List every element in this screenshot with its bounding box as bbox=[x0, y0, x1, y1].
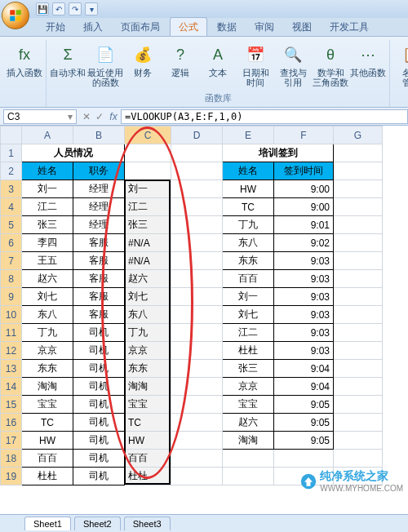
cell-B5[interactable]: 经理 bbox=[73, 216, 125, 234]
cell-A12[interactable]: 京京 bbox=[22, 342, 73, 360]
cell-G4[interactable] bbox=[334, 198, 383, 216]
cell-E2[interactable]: 姓名 bbox=[223, 162, 274, 180]
cell-B13[interactable]: 司机 bbox=[73, 360, 125, 378]
cell-B3[interactable]: 经理 bbox=[73, 180, 125, 198]
cell-C8[interactable]: 赵六 bbox=[125, 270, 171, 288]
cell-G15[interactable] bbox=[334, 396, 383, 414]
cell-F17[interactable]: 9:05 bbox=[274, 432, 334, 450]
insert-function-button[interactable]: fx插入函数 bbox=[7, 42, 42, 79]
cell-D17[interactable] bbox=[171, 432, 223, 450]
cell-G13[interactable] bbox=[334, 360, 383, 378]
cell-B8[interactable]: 客服 bbox=[73, 270, 125, 288]
sheet-tab-Sheet1[interactable]: Sheet1 bbox=[24, 516, 71, 530]
cell-C4[interactable]: 江二 bbox=[125, 198, 171, 216]
cell-C13[interactable]: 东东 bbox=[125, 360, 171, 378]
cell-E15[interactable]: 宝宝 bbox=[223, 396, 274, 414]
cell-A18[interactable]: 百百 bbox=[22, 450, 73, 468]
cell-A4[interactable]: 江二 bbox=[22, 198, 73, 216]
cell-D12[interactable] bbox=[171, 342, 223, 360]
cell-E9[interactable]: 刘一 bbox=[223, 288, 274, 306]
cell-C6[interactable]: #N/A bbox=[125, 234, 171, 252]
col-header-B[interactable]: B bbox=[73, 126, 125, 144]
cell-E6[interactable]: 东八 bbox=[223, 234, 274, 252]
cell-G17[interactable] bbox=[334, 432, 383, 450]
cell-C2[interactable] bbox=[125, 162, 171, 180]
cell-B2[interactable]: 职务 bbox=[73, 162, 125, 180]
row-header-18[interactable]: 18 bbox=[1, 450, 22, 468]
cell-B10[interactable]: 客服 bbox=[73, 306, 125, 324]
cell-F3[interactable]: 9:00 bbox=[274, 180, 334, 198]
qat-save-button[interactable]: 💾 bbox=[36, 2, 49, 16]
recent-button[interactable]: 📄最近使用 的函数 bbox=[87, 42, 123, 89]
cell-F8[interactable]: 9:03 bbox=[274, 270, 334, 288]
cell-D5[interactable] bbox=[171, 216, 223, 234]
row-header-4[interactable]: 4 bbox=[1, 198, 22, 216]
cell-E18[interactable] bbox=[223, 450, 274, 468]
cell-D19[interactable] bbox=[171, 468, 223, 485]
name-box[interactable]: C3▾ bbox=[3, 109, 77, 124]
datetime-button[interactable]: 📅日期和 时间 bbox=[237, 42, 273, 89]
logical-button[interactable]: ?逻辑 bbox=[162, 42, 198, 89]
cell-G1[interactable] bbox=[334, 144, 383, 162]
cell-E13[interactable]: 张三 bbox=[223, 360, 274, 378]
cell-D7[interactable] bbox=[171, 252, 223, 270]
row-header-9[interactable]: 9 bbox=[1, 288, 22, 306]
row-header-2[interactable]: 2 bbox=[1, 162, 22, 180]
tab-开发工具[interactable]: 开发工具 bbox=[322, 18, 377, 36]
sheet-tab-Sheet2[interactable]: Sheet2 bbox=[74, 516, 121, 530]
cell-F5[interactable]: 9:01 bbox=[274, 216, 334, 234]
cell-D18[interactable] bbox=[171, 450, 223, 468]
cell-D11[interactable] bbox=[171, 324, 223, 342]
cell-A15[interactable]: 宝宝 bbox=[22, 396, 73, 414]
tab-视图[interactable]: 视图 bbox=[284, 18, 320, 36]
cell-A16[interactable]: TC bbox=[22, 414, 73, 432]
cell-E8[interactable]: 百百 bbox=[223, 270, 274, 288]
cell-A9[interactable]: 刘七 bbox=[22, 288, 73, 306]
row-header-7[interactable]: 7 bbox=[1, 252, 22, 270]
cell-E12[interactable]: 杜杜 bbox=[223, 342, 274, 360]
row-header-16[interactable]: 16 bbox=[1, 414, 22, 432]
cell-G11[interactable] bbox=[334, 324, 383, 342]
cell-G6[interactable] bbox=[334, 234, 383, 252]
worksheet-area[interactable]: ABCDEFG1人员情况培训签到2姓名职务姓名签到时间3刘一经理刘一HW9:00… bbox=[0, 126, 408, 514]
cell-G5[interactable] bbox=[334, 216, 383, 234]
row-header-10[interactable]: 10 bbox=[1, 306, 22, 324]
select-all-corner[interactable] bbox=[1, 126, 22, 144]
cell-C15[interactable]: 宝宝 bbox=[125, 396, 171, 414]
cell-G18[interactable] bbox=[334, 450, 383, 468]
cell-C16[interactable]: TC bbox=[125, 414, 171, 432]
cell-A5[interactable]: 张三 bbox=[22, 216, 73, 234]
cell-E19[interactable] bbox=[223, 468, 274, 485]
cell-A13[interactable]: 东东 bbox=[22, 360, 73, 378]
cell-D15[interactable] bbox=[171, 396, 223, 414]
row-header-5[interactable]: 5 bbox=[1, 216, 22, 234]
cell-F11[interactable]: 9:03 bbox=[274, 324, 334, 342]
grid[interactable]: ABCDEFG1人员情况培训签到2姓名职务姓名签到时间3刘一经理刘一HW9:00… bbox=[0, 126, 383, 485]
cell-F12[interactable]: 9:03 bbox=[274, 342, 334, 360]
cell-C18[interactable]: 百百 bbox=[125, 450, 171, 468]
row-header-14[interactable]: 14 bbox=[1, 378, 22, 396]
cell-B14[interactable]: 司机 bbox=[73, 378, 125, 396]
tab-公式[interactable]: 公式 bbox=[170, 17, 207, 36]
cell-F16[interactable]: 9:05 bbox=[274, 414, 334, 432]
row-header-11[interactable]: 11 bbox=[1, 324, 22, 342]
cell-C19[interactable]: 杜杜 bbox=[125, 468, 171, 485]
col-header-G[interactable]: G bbox=[334, 126, 383, 144]
cell-B7[interactable]: 客服 bbox=[73, 252, 125, 270]
cancel-button[interactable]: ✕ bbox=[80, 111, 93, 122]
col-header-C[interactable]: C bbox=[125, 126, 171, 144]
cell-F7[interactable]: 9:03 bbox=[274, 252, 334, 270]
cell-A7[interactable]: 王五 bbox=[22, 252, 73, 270]
tab-页面布局[interactable]: 页面布局 bbox=[113, 18, 168, 36]
cell-D13[interactable] bbox=[171, 360, 223, 378]
row-header-17[interactable]: 17 bbox=[1, 432, 22, 450]
cell-F13[interactable]: 9:04 bbox=[274, 360, 334, 378]
cell-D6[interactable] bbox=[171, 234, 223, 252]
cell-F1[interactable]: 培训签到 bbox=[223, 144, 334, 162]
cell-C11[interactable]: 丁九 bbox=[125, 324, 171, 342]
cell-E5[interactable]: 丁九 bbox=[223, 216, 274, 234]
cell-B19[interactable]: 司机 bbox=[73, 468, 125, 485]
cell-C17[interactable]: HW bbox=[125, 432, 171, 450]
tab-开始[interactable]: 开始 bbox=[38, 18, 73, 36]
tab-插入[interactable]: 插入 bbox=[75, 18, 111, 36]
